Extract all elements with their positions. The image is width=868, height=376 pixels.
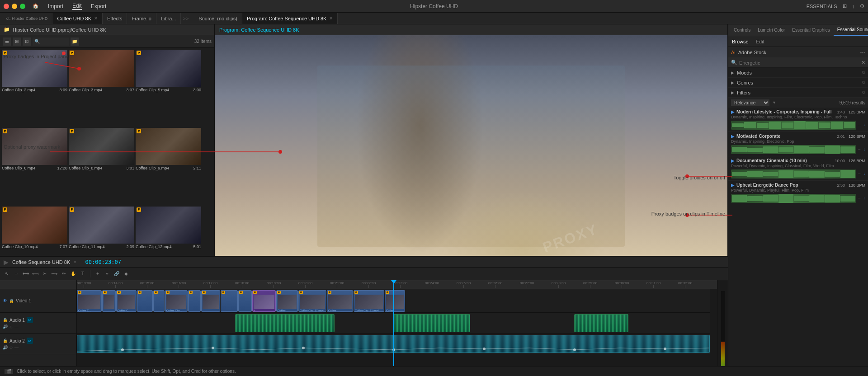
- tab-source[interactable]: Source: (no clips): [194, 13, 242, 24]
- list-item[interactable]: ▶ Modern Lifestyle - Corporate, Inspirin…: [728, 108, 868, 132]
- program-tab-close[interactable]: ✕: [329, 16, 333, 21]
- play-icon[interactable]: ▶: [731, 183, 735, 188]
- status-icon[interactable]: 🎬: [5, 369, 13, 374]
- add-to-project-icon[interactable]: ↓: [863, 171, 866, 176]
- speaker-icon[interactable]: 🔊: [3, 324, 8, 329]
- refresh-icon[interactable]: ↻: [862, 90, 865, 95]
- project-search-input[interactable]: [33, 38, 69, 46]
- category-filters[interactable]: ▶ Filters ↻: [728, 88, 868, 98]
- list-item[interactable]: P Coffee Clip_6.mp4 12:20: [2, 128, 67, 205]
- list-item[interactable]: P Coffee Clip_2.mp4 3:09: [2, 50, 67, 127]
- nav-edit[interactable]: Edit: [72, 3, 82, 10]
- sound-search-input[interactable]: [739, 60, 859, 66]
- play-icon[interactable]: ▶: [731, 109, 735, 114]
- add-to-project-icon[interactable]: ↓: [863, 147, 866, 151]
- timeline-content[interactable]: 00:13:00 00:14:00 00:15:00 00:16:00 00:1…: [77, 280, 717, 376]
- list-item[interactable]: P: [102, 290, 116, 312]
- tab-controls[interactable]: Controls: [730, 25, 754, 36]
- minimize-button[interactable]: [12, 4, 17, 9]
- settings-icon[interactable]: ⚙: [860, 3, 864, 9]
- list-item[interactable]: PCoffee Clip_2...: [385, 290, 405, 312]
- sort-select[interactable]: Relevance Most Popular Newest: [731, 99, 769, 106]
- list-item[interactable]: PCoffee Clip_21.mp4: [354, 290, 384, 312]
- timeline-playhead[interactable]: [393, 280, 394, 376]
- list-item[interactable]: P Coffee Clip_3.mp4 3:07: [69, 50, 134, 127]
- list-item[interactable]: P: [188, 290, 201, 312]
- list-item[interactable]: P: [201, 290, 220, 312]
- tab-graphics[interactable]: Essential Graphics: [788, 25, 833, 36]
- lock-icon[interactable]: 🔒: [3, 318, 8, 322]
- lock-icon[interactable]: 🔒: [3, 338, 8, 343]
- category-moods[interactable]: ▶ Moods ↻: [728, 68, 868, 78]
- timeline-timecode[interactable]: 00:00:23:07: [85, 259, 121, 265]
- tabs-overflow[interactable]: >>: [181, 16, 190, 21]
- cart-icon[interactable]: ···: [858, 171, 862, 176]
- tab-coffee-uhd[interactable]: Coffee UHD 8K ✕: [52, 13, 103, 24]
- list-item[interactable]: PCoffee Clip_19.mp4: [327, 290, 353, 312]
- edit-tab[interactable]: Edit: [756, 39, 764, 44]
- add-to-project-icon[interactable]: ↓: [863, 196, 866, 200]
- tab-frameio[interactable]: Frame.io: [127, 13, 156, 24]
- tab-program[interactable]: Program: Coffee Sequence UHD 8K ✕: [242, 13, 338, 24]
- play-icon[interactable]: ▶: [731, 158, 735, 163]
- add-to-project-icon[interactable]: ↓: [863, 122, 866, 127]
- list-item[interactable]: PCoffee Clip_18.mp4: [276, 290, 298, 312]
- tab-library[interactable]: Libra...: [156, 13, 181, 24]
- list-item[interactable]: PCoffee Clip_17.mp4: [298, 290, 326, 312]
- refresh-icon[interactable]: ↻: [862, 80, 865, 85]
- tab-effects[interactable]: Effects: [103, 13, 127, 24]
- workspace-icon[interactable]: ⊞: [843, 3, 847, 9]
- list-item[interactable]: P Coffee Clip_5.mp4 3:00: [136, 50, 201, 127]
- list-item[interactable]: PCoffee C...: [77, 290, 102, 312]
- list-item[interactable]: PCoffee Clip...: [165, 290, 188, 312]
- snap-btn[interactable]: ⌖: [103, 270, 111, 278]
- list-item[interactable]: P: [238, 290, 252, 312]
- eye-icon[interactable]: 👁: [3, 298, 7, 303]
- category-genres[interactable]: ▶ Genres ↻: [728, 78, 868, 88]
- list-item[interactable]: P: [221, 290, 238, 312]
- track-select-tool[interactable]: →: [12, 270, 20, 278]
- list-item[interactable]: PCoffee C...: [116, 290, 137, 312]
- list-item[interactable]: P: [153, 290, 165, 312]
- clear-icon[interactable]: ✕: [861, 60, 865, 66]
- share-icon[interactable]: ↑: [852, 4, 855, 9]
- list-item[interactable]: [235, 314, 335, 332]
- tl-settings-icon[interactable]: ≡: [74, 260, 76, 264]
- list-item[interactable]: ▶ Motivated Corporate 2:01 120 BPM Dynam…: [728, 132, 868, 156]
- close-button[interactable]: [4, 4, 9, 9]
- add-track-btn[interactable]: +: [94, 270, 102, 278]
- lock-icon[interactable]: 🔒: [9, 299, 14, 303]
- marker-btn[interactable]: ◆: [122, 270, 130, 278]
- list-item[interactable]: ▶ Documentary Cinematic (10 min) 10:00 1…: [728, 156, 868, 181]
- cart-icon[interactable]: ···: [858, 147, 862, 151]
- cart-icon[interactable]: ···: [858, 196, 862, 200]
- refresh-icon[interactable]: ↻: [862, 70, 865, 75]
- more-options-icon[interactable]: •••: [860, 50, 865, 55]
- ripple-tool[interactable]: ⟷: [22, 270, 30, 278]
- list-view-btn[interactable]: ☰: [3, 38, 11, 46]
- pen-tool[interactable]: ✏: [60, 270, 68, 278]
- linked-select-btn[interactable]: 🔗: [113, 270, 121, 278]
- slip-tool[interactable]: ⟿: [50, 270, 58, 278]
- nav-import[interactable]: Import: [48, 3, 63, 9]
- icon-view-btn[interactable]: ⊞: [13, 38, 21, 46]
- rate-stretch-tool[interactable]: ⟻: [31, 270, 39, 278]
- freeform-view-btn[interactable]: ⊡: [23, 38, 31, 46]
- browse-tab[interactable]: Browse: [732, 39, 749, 44]
- tl-play-icon[interactable]: ▶: [4, 258, 9, 266]
- tab-close-icon[interactable]: ✕: [94, 16, 98, 21]
- play-icon[interactable]: ▶: [731, 134, 735, 139]
- list-item[interactable]: P Coffee Clip_9.mp4 2:11: [136, 128, 201, 205]
- list-item[interactable]: P Coffee Clip_8.mp4 3:01: [69, 128, 134, 205]
- list-item[interactable]: [574, 314, 628, 332]
- speaker-icon[interactable]: 🔊: [3, 345, 8, 350]
- selection-tool[interactable]: ↖: [3, 270, 11, 278]
- nav-export[interactable]: Export: [91, 3, 107, 9]
- new-bin-btn[interactable]: 📁: [71, 38, 79, 46]
- hand-tool[interactable]: ✋: [69, 270, 77, 278]
- tab-essential-sound[interactable]: Essential Sound: [834, 25, 868, 36]
- list-item[interactable]: Pfr: [252, 290, 276, 312]
- cart-icon[interactable]: ···: [858, 122, 862, 127]
- list-item[interactable]: ▶ Upbeat Energetic Dance Pop 2:50 130 BP…: [728, 181, 868, 205]
- list-item[interactable]: [393, 314, 470, 332]
